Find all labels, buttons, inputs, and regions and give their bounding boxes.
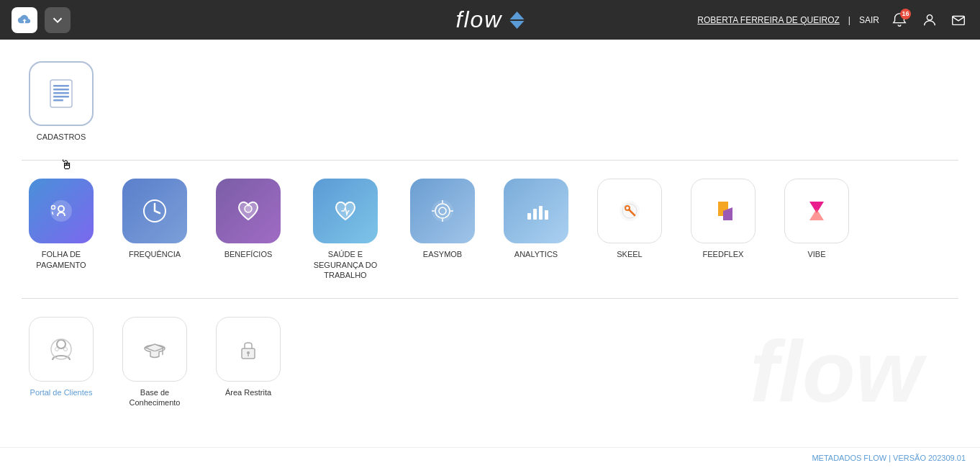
- portal-icon: [29, 317, 94, 382]
- svg-rect-5: [53, 92, 69, 94]
- cadastros-grid: CADASTROS: [22, 54, 958, 149]
- divider-2: [22, 298, 958, 299]
- svg-rect-7: [53, 99, 63, 102]
- app-frequencia[interactable]: FREQUÊNCIA: [115, 179, 194, 280]
- frequencia-label: FREQUÊNCIA: [129, 249, 181, 259]
- logout-button[interactable]: SAIR: [859, 15, 879, 25]
- app-portal[interactable]: Portal de Clientes: [22, 317, 101, 408]
- svg-rect-6: [53, 96, 69, 98]
- header-right: ROBERTA FERREIRA DE QUEIROZ | SAIR 16: [697, 9, 968, 32]
- svg-rect-23: [545, 210, 548, 220]
- svg-rect-3: [53, 85, 69, 87]
- app-analytics[interactable]: ANALYTICS: [496, 179, 576, 280]
- cadastros-label: CADASTROS: [37, 132, 86, 142]
- folha-icon: [29, 179, 94, 243]
- saude-label: SAÚDE E SEGURANÇA DO TRABALHO: [302, 249, 389, 280]
- easymob-icon: [410, 179, 475, 243]
- cadastros-icon: [29, 61, 94, 126]
- terminal-icon-button[interactable]: [45, 7, 71, 33]
- user-profile-button[interactable]: [920, 10, 940, 30]
- app-feedflex[interactable]: FEEDFLEX: [684, 179, 763, 280]
- analytics-icon: [504, 179, 568, 243]
- base-icon: [122, 317, 187, 382]
- section-main-apps: FOLHA DE PAGAMENTO FREQUÊNCIA: [22, 171, 958, 287]
- app-cadastros[interactable]: CADASTROS: [22, 61, 101, 142]
- main-content: CADASTROS 🖱 FOLHA DE PAGAMENTO: [0, 40, 980, 464]
- frequencia-icon: [122, 179, 187, 243]
- vibe-label: VIBE: [807, 249, 825, 259]
- home-icon-button[interactable]: [12, 7, 37, 33]
- saude-icon: [313, 179, 378, 243]
- app-header: flow ROBERTA FERREIRA DE QUEIROZ | SAIR …: [0, 0, 980, 40]
- vibe-icon: [784, 179, 849, 243]
- folha-label: FOLHA DE PAGAMENTO: [22, 249, 101, 270]
- feedflex-icon: [691, 179, 756, 243]
- app-base[interactable]: Base de Conhecimento: [115, 317, 194, 408]
- svg-marker-29: [809, 209, 824, 220]
- portal-label: Portal de Clientes: [30, 387, 93, 397]
- skeel-label: SKEEL: [617, 249, 642, 259]
- app-saude[interactable]: SAÚDE E SEGURANÇA DO TRABALHO: [302, 179, 389, 280]
- header-logo: flow: [456, 6, 525, 33]
- footer-label: METADADOS FLOW | VERSÃO 202309.01: [812, 454, 966, 462]
- app-beneficios[interactable]: BENEFÍCIOS: [209, 179, 288, 280]
- beneficios-icon: [216, 179, 281, 243]
- svg-point-37: [247, 351, 250, 354]
- header-left: [12, 7, 71, 33]
- mail-button[interactable]: [948, 10, 968, 30]
- user-name-link[interactable]: ROBERTA FERREIRA DE QUEIROZ: [697, 15, 840, 25]
- svg-point-32: [55, 348, 59, 351]
- app-footer: METADADOS FLOW | VERSÃO 202309.01: [0, 447, 980, 468]
- app-skeel[interactable]: SKEEL: [590, 179, 669, 280]
- easymob-label: EASYMOB: [423, 249, 462, 259]
- svg-rect-4: [53, 89, 69, 91]
- logout-link: |: [848, 15, 850, 25]
- skeel-icon: [597, 179, 662, 243]
- analytics-label: ANALYTICS: [514, 249, 558, 259]
- logo-text: flow: [456, 6, 503, 33]
- divider-1: [22, 160, 958, 161]
- notifications-button[interactable]: 16: [888, 9, 911, 32]
- links-grid: Portal de Clientes Base de Conhecimento: [22, 310, 958, 415]
- svg-point-30: [57, 340, 65, 348]
- svg-rect-22: [539, 206, 543, 220]
- svg-point-12: [245, 205, 252, 212]
- restrita-label: Área Restrita: [225, 387, 271, 397]
- app-folha[interactable]: FOLHA DE PAGAMENTO: [22, 179, 101, 280]
- svg-point-0: [927, 14, 932, 19]
- svg-rect-21: [533, 209, 537, 220]
- section-cadastros: CADASTROS 🖱: [22, 54, 958, 149]
- app-restrita[interactable]: Área Restrita: [209, 317, 288, 408]
- svg-point-33: [64, 348, 68, 351]
- app-easymob[interactable]: EASYMOB: [403, 179, 482, 280]
- notif-count-badge: 16: [900, 9, 911, 19]
- restrita-icon: [216, 317, 281, 382]
- base-label: Base de Conhecimento: [115, 387, 194, 408]
- feedflex-label: FEEDFLEX: [703, 249, 744, 259]
- section-links: Portal de Clientes Base de Conhecimento: [22, 310, 958, 415]
- main-apps-grid: FOLHA DE PAGAMENTO FREQUÊNCIA: [22, 171, 958, 287]
- svg-rect-20: [527, 213, 531, 220]
- app-vibe[interactable]: VIBE: [777, 179, 856, 280]
- beneficios-label: BENEFÍCIOS: [224, 249, 273, 259]
